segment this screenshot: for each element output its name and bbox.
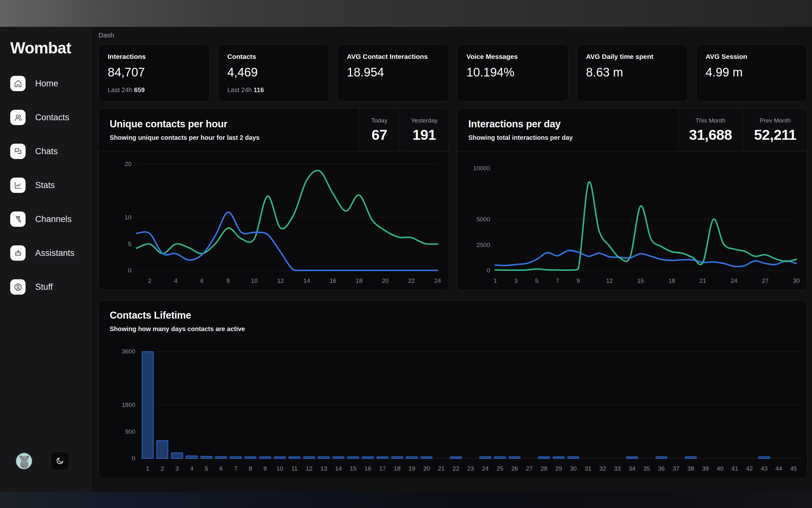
stat-card: Interactions 84,707Last 24h 659 <box>98 45 210 102</box>
stat-value: 31,688 <box>689 127 732 143</box>
svg-text:12: 12 <box>606 278 613 284</box>
chart-header-stat-today[interactable]: Today 67 <box>359 109 399 151</box>
chart-title: Contacts Lifetime <box>110 310 807 321</box>
app-logo: Wombat <box>0 27 91 57</box>
stat-card: AVG Session 4.99 m <box>696 45 808 102</box>
svg-text:24: 24 <box>434 278 441 284</box>
theme-toggle-button[interactable] <box>50 452 69 470</box>
svg-text:28: 28 <box>540 465 547 472</box>
unique-contacts-line-chart: 05102024681012141618202224 <box>99 152 448 290</box>
svg-text:20: 20 <box>125 161 131 167</box>
svg-text:23: 23 <box>467 465 474 472</box>
chart-header-stat-yesterday[interactable]: Yesterday 191 <box>399 109 448 151</box>
contacts-icon <box>10 110 26 125</box>
svg-text:45: 45 <box>790 465 797 472</box>
svg-text:5000: 5000 <box>477 216 490 223</box>
moon-icon <box>56 457 64 465</box>
chart-subtitle: Showing how many days contacts are activ… <box>110 325 807 333</box>
stat-card-title: AVG Session <box>706 53 798 60</box>
sidebar-item-chats[interactable]: Chats <box>0 144 91 159</box>
sidebar-item-label: Chats <box>35 146 58 157</box>
svg-text:9: 9 <box>264 465 267 472</box>
interactions-per-day-chart-card: Interactions per day Showing total inter… <box>457 109 808 290</box>
stat-card-footer: Last 24h 116 <box>227 86 320 94</box>
stat-card: Voice Messages 10.194% <box>457 45 568 102</box>
stat-card-value: 8.63 m <box>586 66 679 79</box>
stat-label: This Month <box>696 117 726 124</box>
svg-text:18: 18 <box>356 278 363 284</box>
stat-card-value: 4,469 <box>227 66 320 79</box>
svg-text:24: 24 <box>482 465 489 472</box>
svg-text:18: 18 <box>394 465 400 472</box>
svg-text:42: 42 <box>746 465 753 472</box>
svg-text:5: 5 <box>535 278 539 284</box>
svg-text:0: 0 <box>486 267 490 274</box>
svg-text:1: 1 <box>146 465 150 472</box>
chart-header-stat-prev-month[interactable]: Prev Month 52,211 <box>743 109 807 151</box>
svg-text:29: 29 <box>555 465 562 472</box>
chart-title: Unique contacts per hour <box>110 118 359 130</box>
svg-text:2500: 2500 <box>477 242 490 248</box>
svg-text:10000: 10000 <box>473 165 490 171</box>
stat-card-title: Interactions <box>108 53 200 60</box>
stat-card-value: 4.99 m <box>706 66 798 79</box>
svg-text:19: 19 <box>409 465 415 472</box>
stuff-icon <box>10 279 26 295</box>
stat-value: 52,211 <box>754 127 796 143</box>
stat-card: AVG Daily time spent 8.63 m <box>577 45 688 102</box>
svg-text:34: 34 <box>628 465 635 472</box>
sidebar-item-contacts[interactable]: Contacts <box>0 110 91 125</box>
svg-text:6: 6 <box>200 278 204 284</box>
svg-text:20: 20 <box>423 465 430 472</box>
sidebar-item-stats[interactable]: Stats <box>0 177 91 193</box>
channels-icon <box>10 211 26 227</box>
svg-text:7: 7 <box>234 465 238 472</box>
svg-text:30: 30 <box>793 278 800 284</box>
svg-text:0: 0 <box>128 267 131 274</box>
top-window-bar <box>0 0 812 27</box>
sidebar-item-label: Assistants <box>35 248 75 258</box>
svg-text:7: 7 <box>556 278 560 284</box>
svg-text:10: 10 <box>125 214 131 221</box>
stat-card-footer: Last 24h 659 <box>108 86 200 94</box>
svg-text:39: 39 <box>702 465 709 472</box>
svg-text:27: 27 <box>762 278 768 284</box>
svg-text:35: 35 <box>643 465 650 472</box>
svg-text:3600: 3600 <box>122 348 135 355</box>
svg-text:4: 4 <box>174 278 178 284</box>
svg-text:32: 32 <box>600 465 606 472</box>
svg-text:25: 25 <box>496 465 503 472</box>
svg-text:16: 16 <box>330 278 336 284</box>
stat-value: 191 <box>413 127 436 143</box>
svg-text:37: 37 <box>673 465 679 472</box>
chart-header-stat-this-month[interactable]: This Month 31,688 <box>678 109 743 151</box>
svg-text:18: 18 <box>668 278 675 284</box>
bottom-strip <box>0 492 812 508</box>
home-icon <box>10 76 26 91</box>
stat-card: Contacts 4,469Last 24h 116 <box>218 45 329 102</box>
svg-text:3: 3 <box>514 278 518 284</box>
user-avatar[interactable] <box>15 452 33 470</box>
sidebar-item-label: Home <box>35 79 58 89</box>
contacts-lifetime-card: Contacts Lifetime Showing how many days … <box>98 300 808 478</box>
chart-header: Interactions per day Showing total inter… <box>458 109 807 152</box>
assistants-icon <box>10 245 26 261</box>
sidebar-nav: Home Contacts Chats Stats Channels Assis… <box>0 76 91 295</box>
svg-text:15: 15 <box>350 465 356 472</box>
svg-text:5: 5 <box>205 465 208 472</box>
svg-text:11: 11 <box>291 465 298 472</box>
sidebar-item-stuff[interactable]: Stuff <box>0 279 91 295</box>
svg-text:40: 40 <box>717 465 723 472</box>
unique-contacts-chart-card: Unique contacts per hour Showing unique … <box>98 109 449 290</box>
sidebar-item-assistants[interactable]: Assistants <box>0 245 91 261</box>
interactions-line-chart: 025005000100001357912151821242730 <box>458 152 807 290</box>
stat-card-title: AVG Contact Interactions <box>347 53 439 60</box>
contacts-lifetime-bar-chart: 0900180036001234567891011121314151617181… <box>99 339 807 478</box>
sidebar-item-label: Channels <box>35 214 71 224</box>
svg-text:22: 22 <box>408 278 415 284</box>
sidebar-item-home[interactable]: Home <box>0 76 91 91</box>
sidebar-item-channels[interactable]: Channels <box>0 211 91 227</box>
svg-text:0: 0 <box>132 455 135 462</box>
stat-card-title: Voice Messages <box>466 53 559 60</box>
chart-title: Interactions per day <box>468 118 678 130</box>
